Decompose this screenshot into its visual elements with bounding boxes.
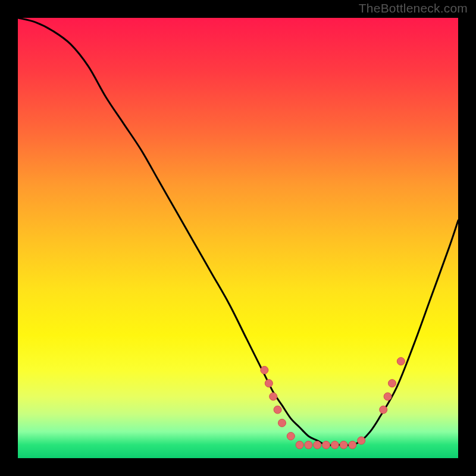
chart-marker [384, 393, 392, 400]
chart-marker [314, 441, 321, 449]
chart-marker [278, 419, 286, 427]
chart-marker [296, 441, 303, 449]
chart-marker [322, 441, 330, 449]
chart-marker [270, 393, 277, 400]
chart-plot-area [18, 18, 458, 458]
chart-marker [389, 380, 396, 387]
chart-marker [340, 441, 347, 449]
chart-marker [287, 433, 295, 440]
chart-marker [265, 380, 273, 387]
chart-marker [261, 367, 268, 374]
watermark-text: TheBottleneck.com [359, 1, 468, 15]
chart-marker [274, 406, 281, 414]
chart-marker [397, 358, 405, 365]
chart-marker [380, 406, 387, 414]
chart-markers [261, 358, 405, 449]
chart-marker [305, 441, 312, 449]
chart-marker [349, 441, 356, 449]
chart-marker [331, 441, 339, 449]
chart-svg [18, 18, 458, 458]
chart-marker [358, 437, 365, 444]
